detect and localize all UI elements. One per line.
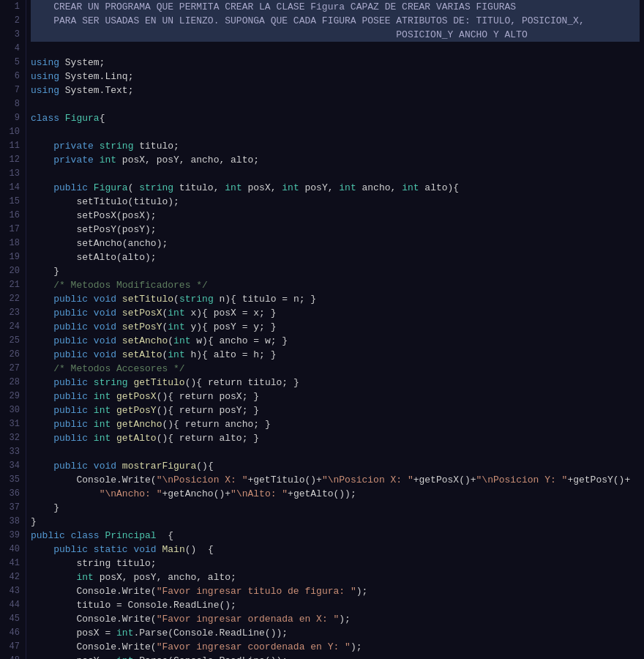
- line-number-23: 23: [6, 306, 20, 320]
- line-number-24: 24: [6, 320, 20, 334]
- line-number-21: 21: [6, 278, 20, 292]
- line-number-45: 45: [6, 612, 20, 626]
- code-line-41: string titulo;: [31, 556, 640, 570]
- code-line-25: public void setAncho(int w){ ancho = w; …: [31, 334, 640, 348]
- line-number-4: 4: [6, 42, 20, 56]
- code-line-42: int posX, posY, ancho, alto;: [31, 570, 640, 584]
- code-line-20: }: [31, 264, 640, 278]
- code-line-19: setAlto(alto);: [31, 250, 640, 264]
- line-number-7: 7: [6, 83, 20, 97]
- line-number-16: 16: [6, 209, 20, 223]
- code-line-35: Console.Write("\nPosicion X: "+getTitulo…: [31, 473, 640, 487]
- line-number-41: 41: [6, 556, 20, 570]
- line-number-5: 5: [6, 56, 20, 70]
- code-line-37: }: [31, 501, 640, 515]
- code-line-4: [31, 42, 640, 56]
- code-line-27: /* Metodos Accesores */: [31, 362, 640, 376]
- line-number-gutter: 1234567891011121314151617181920212223242…: [0, 0, 26, 659]
- line-number-2: 2: [6, 14, 20, 28]
- code-line-34: public void mostrarFigura(){: [31, 459, 640, 473]
- code-line-21: /* Metodos Modificadores */: [31, 278, 640, 292]
- code-line-29: public int getPosX(){ return posX; }: [31, 390, 640, 403]
- line-number-3: 3: [6, 28, 20, 42]
- line-number-38: 38: [6, 515, 20, 529]
- line-number-14: 14: [6, 181, 20, 195]
- line-number-13: 13: [6, 167, 20, 181]
- line-number-35: 35: [6, 473, 20, 487]
- line-number-25: 25: [6, 334, 20, 348]
- code-line-16: setPosX(posX);: [31, 209, 640, 223]
- line-number-10: 10: [6, 125, 20, 139]
- code-line-6: using System.Linq;: [31, 70, 640, 83]
- code-line-22: public void setTitulo(string n){ titulo …: [31, 292, 640, 306]
- code-line-32: public int getAlto(){ return alto; }: [31, 431, 640, 445]
- code-line-10: [31, 125, 640, 139]
- line-number-18: 18: [6, 237, 20, 250]
- code-line-3: POSICION_Y ANCHO Y ALTO: [31, 28, 640, 42]
- code-line-13: [31, 167, 640, 181]
- code-line-30: public int getPosY(){ return posY; }: [31, 403, 640, 417]
- line-number-44: 44: [6, 598, 20, 612]
- line-number-48: 48: [6, 654, 20, 659]
- line-number-9: 9: [6, 111, 20, 125]
- line-number-36: 36: [6, 487, 20, 501]
- code-line-45: Console.Write("Favor ingresar ordenada e…: [31, 612, 640, 626]
- line-number-40: 40: [6, 543, 20, 556]
- line-number-37: 37: [6, 501, 20, 515]
- line-number-20: 20: [6, 264, 20, 278]
- line-number-12: 12: [6, 153, 20, 167]
- code-line-18: setAncho(ancho);: [31, 237, 640, 250]
- line-number-42: 42: [6, 570, 20, 584]
- code-line-23: public void setPosX(int x){ posX = x; }: [31, 306, 640, 320]
- code-line-38: }: [31, 515, 640, 529]
- line-number-22: 22: [6, 292, 20, 306]
- code-line-31: public int getAncho(){ return ancho; }: [31, 417, 640, 431]
- line-number-8: 8: [6, 97, 20, 111]
- code-line-11: private string titulo;: [31, 139, 640, 153]
- code-editor: 1234567891011121314151617181920212223242…: [0, 0, 644, 659]
- line-number-17: 17: [6, 223, 20, 237]
- code-line-46: posX = int.Parse(Console.ReadLine());: [31, 626, 640, 640]
- line-number-6: 6: [6, 70, 20, 83]
- code-line-15: setTitulo(titulo);: [31, 195, 640, 209]
- code-line-40: public static void Main() {: [31, 543, 640, 556]
- line-number-15: 15: [6, 195, 20, 209]
- code-line-12: private int posX, posY, ancho, alto;: [31, 153, 640, 167]
- line-number-39: 39: [6, 529, 20, 543]
- code-line-17: setPosY(posY);: [31, 223, 640, 237]
- code-line-2: PARA SER USADAS EN UN LIENZO. SUPONGA QU…: [31, 14, 640, 28]
- code-line-24: public void setPosY(int y){ posY = y; }: [31, 320, 640, 334]
- code-line-44: titulo = Console.ReadLine();: [31, 598, 640, 612]
- line-number-32: 32: [6, 431, 20, 445]
- code-line-9: class Figura{: [31, 111, 640, 125]
- code-line-47: Console.Write("Favor ingresar coordenada…: [31, 640, 640, 654]
- line-number-19: 19: [6, 250, 20, 264]
- line-number-30: 30: [6, 403, 20, 417]
- line-number-47: 47: [6, 640, 20, 654]
- line-number-27: 27: [6, 362, 20, 376]
- line-number-29: 29: [6, 390, 20, 403]
- code-line-28: public string getTitulo(){ return titulo…: [31, 376, 640, 390]
- line-number-34: 34: [6, 459, 20, 473]
- code-content: CREAR UN PROGRAMA QUE PERMITA CREAR LA C…: [26, 0, 644, 659]
- line-number-46: 46: [6, 626, 20, 640]
- line-number-1: 1: [6, 0, 20, 14]
- code-line-33: [31, 445, 640, 459]
- code-line-48: posY = int.Parse(Console.ReadLine());: [31, 654, 640, 659]
- code-line-43: Console.Write("Favor ingresar titulo de …: [31, 584, 640, 598]
- line-number-26: 26: [6, 348, 20, 362]
- line-number-11: 11: [6, 139, 20, 153]
- code-line-7: using System.Text;: [31, 83, 640, 97]
- line-number-33: 33: [6, 445, 20, 459]
- line-number-31: 31: [6, 417, 20, 431]
- line-number-28: 28: [6, 376, 20, 390]
- code-line-8: [31, 97, 640, 111]
- code-line-36: "\nAncho: "+getAncho()+"\nAlto: "+getAlt…: [31, 487, 640, 501]
- line-number-43: 43: [6, 584, 20, 598]
- code-line-1: CREAR UN PROGRAMA QUE PERMITA CREAR LA C…: [31, 0, 640, 14]
- code-line-39: public class Principal {: [31, 529, 640, 543]
- code-line-5: using System;: [31, 56, 640, 70]
- code-line-26: public void setAlto(int h){ alto = h; }: [31, 348, 640, 362]
- code-line-14: public Figura( string titulo, int posX, …: [31, 181, 640, 195]
